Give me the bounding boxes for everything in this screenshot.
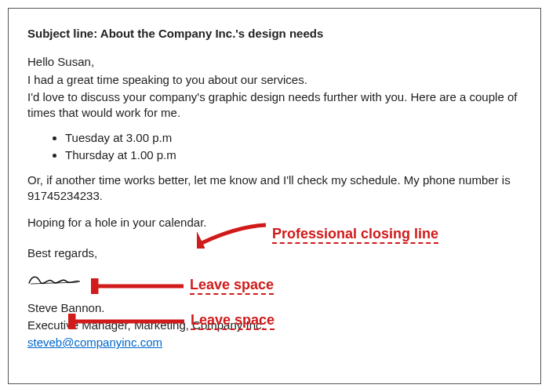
- sender-block: Steve Bannon. Executive Manager, Marketi…: [27, 300, 522, 351]
- sender-name: Steve Bannon.: [27, 300, 522, 316]
- page: Subject line: About the Company Inc.'s d…: [0, 0, 549, 392]
- alternative-line: Or, if another time works better, let me…: [27, 172, 522, 205]
- signature-icon: [27, 272, 82, 289]
- email-card: Subject line: About the Company Inc.'s d…: [8, 8, 541, 384]
- closing-line: Hoping for a hole in your calendar.: [27, 215, 522, 230]
- subject-text: About the Company Inc.'s design needs: [100, 27, 323, 40]
- greeting: Hello Susan,: [27, 54, 522, 70]
- subject-line: Subject line: About the Company Inc.'s d…: [27, 26, 522, 42]
- signoff: Best regards,: [27, 245, 522, 261]
- handwritten-signature: [27, 272, 522, 289]
- intro-line-1: I had a great time speaking to you about…: [27, 72, 522, 88]
- list-item: Thursday at 1.00 p.m: [65, 147, 522, 163]
- sender-title: Executive Manager, Marketing, Company In…: [27, 318, 522, 333]
- intro-line-2: I'd love to discuss your company's graph…: [27, 89, 522, 122]
- sender-email-link[interactable]: steveb@companyinc.com: [27, 336, 162, 349]
- list-item: Tuesday at 3.00 p.m: [65, 130, 522, 146]
- subject-prefix: Subject line:: [27, 27, 100, 40]
- proposed-times-list: Tuesday at 3.00 p.m Thursday at 1.00 p.m: [27, 130, 522, 163]
